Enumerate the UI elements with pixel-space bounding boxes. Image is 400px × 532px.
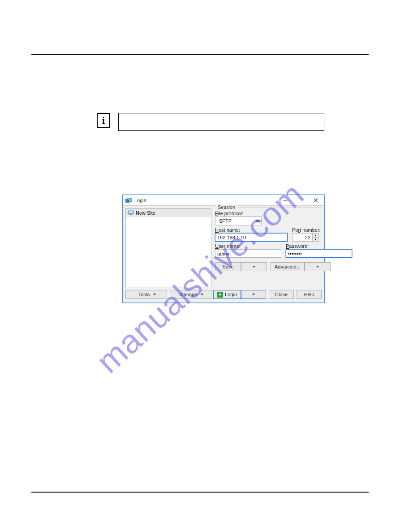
save-button[interactable]: Save — [215, 262, 241, 271]
help-button[interactable]: Help — [297, 290, 322, 299]
sites-panel[interactable]: New Site — [125, 208, 211, 287]
tools-button[interactable]: Tools — [125, 290, 167, 299]
svg-rect-8 — [130, 214, 132, 215]
close-label: Close — [275, 292, 288, 297]
advanced-button[interactable]: Advanced... — [271, 262, 305, 271]
advanced-dropdown[interactable] — [305, 262, 331, 271]
port-number-label: Port number: — [292, 227, 322, 233]
login-label: Login — [225, 292, 237, 297]
password-label: Password: — [286, 243, 352, 249]
tools-label: Tools — [138, 292, 150, 297]
manage-button[interactable]: Manage — [170, 290, 211, 299]
save-dropdown[interactable] — [241, 262, 267, 271]
session-group: Session File protocol: SFTP Host name: P… — [215, 208, 322, 277]
chevron-down-icon — [201, 294, 203, 295]
login-arrow-icon — [217, 292, 223, 298]
chevron-down-icon — [153, 294, 156, 295]
manage-label: Manage — [180, 292, 198, 297]
spinner-down-icon[interactable]: ▼ — [313, 238, 318, 241]
spinner-up-icon[interactable]: ▲ — [313, 234, 318, 238]
save-split-button[interactable]: Save — [215, 262, 267, 271]
login-dialog: Login New Site — [122, 195, 325, 303]
advanced-label: Advanced... — [275, 264, 301, 269]
username-input[interactable] — [215, 249, 281, 258]
host-name-input[interactable] — [215, 233, 288, 242]
close-button[interactable] — [308, 195, 323, 205]
chevron-down-icon — [252, 294, 255, 295]
maximize-button[interactable] — [293, 195, 308, 205]
page-rule-bottom — [31, 492, 369, 493]
info-box — [118, 113, 324, 131]
help-label: Help — [304, 292, 314, 297]
info-icon: i — [97, 113, 110, 128]
site-item-new[interactable]: New Site — [126, 209, 211, 217]
page-rule-top — [31, 54, 369, 55]
host-name-label: Host name: — [215, 227, 288, 233]
username-label: User name: — [215, 243, 281, 249]
chevron-down-icon — [316, 266, 319, 268]
monitor-icon — [128, 210, 134, 216]
info-callout: i — [97, 113, 324, 131]
minimize-button[interactable] — [278, 195, 293, 205]
site-item-label: New Site — [136, 210, 155, 216]
login-button[interactable]: Login — [213, 290, 241, 299]
window-controls — [278, 195, 323, 205]
password-input[interactable] — [286, 249, 352, 258]
svg-rect-7 — [129, 211, 133, 213]
svg-rect-3 — [299, 199, 302, 202]
app-icon — [125, 197, 132, 203]
port-spinner[interactable]: ▲ ▼ — [313, 233, 319, 242]
chevron-down-icon — [253, 266, 255, 268]
file-protocol-label: File protocol: — [215, 211, 322, 216]
file-protocol-select[interactable]: SFTP — [215, 216, 262, 225]
login-dropdown[interactable] — [241, 290, 266, 299]
dialog-title: Login — [134, 198, 278, 203]
port-number-input[interactable] — [292, 233, 313, 242]
advanced-split-button[interactable]: Advanced... — [271, 262, 331, 271]
save-label: Save — [222, 264, 233, 269]
close-dialog-button[interactable]: Close — [269, 290, 294, 299]
login-split-button[interactable]: Login — [213, 290, 266, 299]
session-legend: Session — [216, 204, 237, 210]
